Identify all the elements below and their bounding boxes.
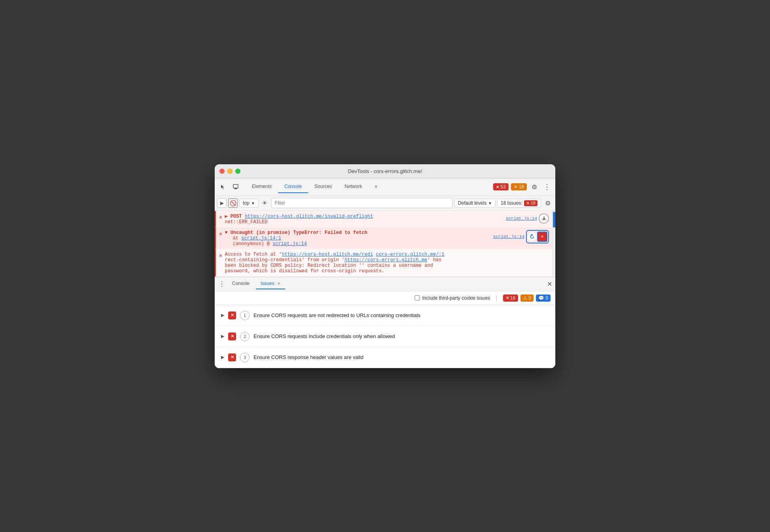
devtools-window: DevTools - cors-errors.glitch.me/ <box>215 164 555 368</box>
cors-origin-link[interactable]: https://cors-errors.glitch.me <box>345 257 427 263</box>
cors-text-4: ' has <box>427 257 442 263</box>
entry-content-1: ▶ POST https://cors-host.glitch.me/inval… <box>225 213 503 225</box>
eye-btn[interactable]: 👁 <box>260 198 270 208</box>
console-settings-btn[interactable]: ⚙ <box>543 198 553 208</box>
console-entry-1: ✕ ▶ POST https://cors-host.glitch.me/inv… <box>215 211 552 228</box>
third-party-cookie-checkbox[interactable] <box>415 295 420 300</box>
issue-error-badge-3: ✕ <box>228 353 236 361</box>
tab-bar-right: ✕ 53 ✕ 18 ⚙ ⋮ <box>493 182 552 192</box>
minimize-button[interactable] <box>227 169 233 174</box>
bottom-tab-issues[interactable]: Issues ✕ <box>256 278 285 289</box>
at-source-link[interactable]: script.js:14:1 <box>241 236 281 241</box>
traffic-lights <box>219 169 240 174</box>
cors-url-link[interactable]: https://cors-host.glitch.me/redi <box>282 252 373 257</box>
console-messages: ✕ ▶ POST https://cors-host.glitch.me/inv… <box>215 211 552 277</box>
cursor-icon-btn[interactable] <box>218 182 228 192</box>
tab-sources[interactable]: Sources <box>308 180 338 193</box>
entry-line-2: at script.js:14:1 <box>225 236 490 241</box>
close-button[interactable] <box>219 169 225 174</box>
error-text-1: net::ERR_FAILED <box>225 219 503 225</box>
console-toolbar: ▶ 🚫 top ▼ 👁 Default levels ▼ 18 Issues: … <box>215 196 555 211</box>
issue-count-2: 2 <box>240 332 250 341</box>
issues-count-badge: ✕ 18 <box>524 200 537 206</box>
entry-line-main: ▼ Uncaught (in promise) TypeError: Faile… <box>225 230 490 236</box>
maximize-button[interactable] <box>235 169 240 174</box>
entry-content-3: Access to fetch at 'https://cors-host.gl… <box>225 252 549 274</box>
levels-arrow-icon: ▼ <box>488 201 492 205</box>
download-icon <box>541 216 547 221</box>
tab-more[interactable]: » <box>368 180 384 193</box>
anon-label: (anonymous) @ <box>233 241 273 247</box>
entry-line-1: ▶ POST https://cors-host.glitch.me/inval… <box>225 213 503 219</box>
issue-error-badge-1: ✕ <box>228 312 236 319</box>
action-btn-group: ✕ <box>526 230 549 243</box>
post-url-link[interactable]: https://cors-host.glitch.me/invalid-pref… <box>245 214 373 219</box>
more-options-btn[interactable]: ⋮ <box>542 182 552 192</box>
action-x-btn[interactable]: ✕ <box>537 232 547 242</box>
close-issues-tab[interactable]: ✕ <box>277 281 280 286</box>
console-area: ✕ ▶ POST https://cors-host.glitch.me/inv… <box>215 211 555 277</box>
bottom-tabs: ⋮ Console Issues ✕ ✕ <box>215 277 555 291</box>
cors-text-3: ' from origin ' <box>302 257 345 263</box>
at-label: at <box>233 236 241 241</box>
block-btn[interactable]: 🚫 <box>228 198 238 208</box>
issue-expand-1[interactable]: ▶ <box>221 313 224 318</box>
bottom-tab-console[interactable]: Console <box>227 278 254 289</box>
entry-actions-2: script.js:14 ✕ <box>493 230 549 243</box>
filter-input[interactable] <box>271 198 453 208</box>
tab-bar-icons <box>218 182 241 192</box>
close-panel-btn[interactable]: ✕ <box>547 280 552 288</box>
issue-item-2[interactable]: ▶ ✕ 2 Ensure CORS requests include crede… <box>215 326 555 347</box>
tab-console[interactable]: Console <box>278 180 308 193</box>
title-bar: DevTools - cors-errors.glitch.me/ <box>215 164 555 179</box>
tab-network[interactable]: Network <box>338 180 368 193</box>
issues-btn[interactable]: 18 Issues: ✕ 18 <box>497 199 541 208</box>
tab-elements[interactable]: Elements <box>246 180 278 193</box>
context-dropdown[interactable]: top ▼ <box>239 199 259 207</box>
scrollbar-thumb <box>553 212 555 228</box>
svg-rect-0 <box>233 184 238 188</box>
source-link-1[interactable]: script.js:14 <box>506 216 537 221</box>
method-label: ▶ POST <box>225 214 244 219</box>
devtools-panel: Elements Console Sources Network » ✕ <box>215 179 555 368</box>
issue-item-1[interactable]: ▶ ✕ 1 Ensure CORS requests are not redir… <box>215 305 555 326</box>
action-circle-btn[interactable] <box>528 232 536 241</box>
source-link-2[interactable]: script.js:14 <box>493 234 524 239</box>
issue-text-1: Ensure CORS requests are not redirected … <box>253 312 420 318</box>
settings-icon-btn[interactable]: ⚙ <box>529 182 539 192</box>
issue-count-1: 1 <box>240 311 250 320</box>
error-icon-3: ✕ <box>219 252 222 259</box>
error-count-badge[interactable]: ✕ 53 <box>493 183 508 190</box>
entry-content-2: ▼ Uncaught (in promise) TypeError: Faile… <box>225 230 490 247</box>
default-levels-btn[interactable]: Default levels ▼ <box>454 199 496 207</box>
console-scrollbar[interactable] <box>552 211 555 277</box>
dropdown-arrow-icon: ▼ <box>251 201 255 205</box>
dots-menu-btn[interactable]: ⋮ <box>218 280 226 288</box>
inspect-icon-btn[interactable] <box>231 182 241 192</box>
entry-line-3: (anonymous) @ script.js:14 <box>225 241 490 247</box>
entry-actions-1: script.js:14 <box>506 213 549 224</box>
issues-toolbar: Include third-party cookie issues | ✕ 18… <box>215 291 555 305</box>
issue-count-3: 3 <box>240 353 250 362</box>
issue-expand-3[interactable]: ▶ <box>221 355 224 360</box>
inspect-icon <box>233 184 238 190</box>
cors-text-2: rect-containing-credentials <box>225 257 301 263</box>
console-entry-3: ✕ Access to fetch at 'https://cors-host.… <box>215 249 552 277</box>
issue-item-3[interactable]: ▶ ✕ 3 Ensure CORS response header values… <box>215 347 555 368</box>
issues-list: ▶ ✕ 1 Ensure CORS requests are not redir… <box>215 305 555 368</box>
cors-source-link[interactable]: cors-errors.glitch.me/:1 <box>376 252 444 257</box>
cursor-icon <box>220 184 226 190</box>
warning-x-icon: ✕ <box>514 184 518 190</box>
issue-text-2: Ensure CORS requests include credentials… <box>253 333 395 339</box>
issue-text-3: Ensure CORS response header values are v… <box>253 354 363 360</box>
entry-line-cors-2: rect-containing-credentials' from origin… <box>225 257 549 263</box>
issues-error-badge: ✕ 18 <box>503 294 518 302</box>
issues-warning-badge: ⚠ 0 <box>520 294 534 302</box>
execute-btn[interactable]: ▶ <box>217 198 227 208</box>
third-party-cookie-checkbox-label[interactable]: Include third-party cookie issues <box>415 295 490 301</box>
download-btn-1[interactable] <box>539 213 549 224</box>
issue-expand-2[interactable]: ▶ <box>221 334 224 339</box>
warning-count-badge[interactable]: ✕ 18 <box>511 183 527 190</box>
cors-text-5: been blocked by CORS policy: Redirect lo… <box>225 263 433 268</box>
anon-source-link[interactable]: script.js:14 <box>273 241 307 247</box>
